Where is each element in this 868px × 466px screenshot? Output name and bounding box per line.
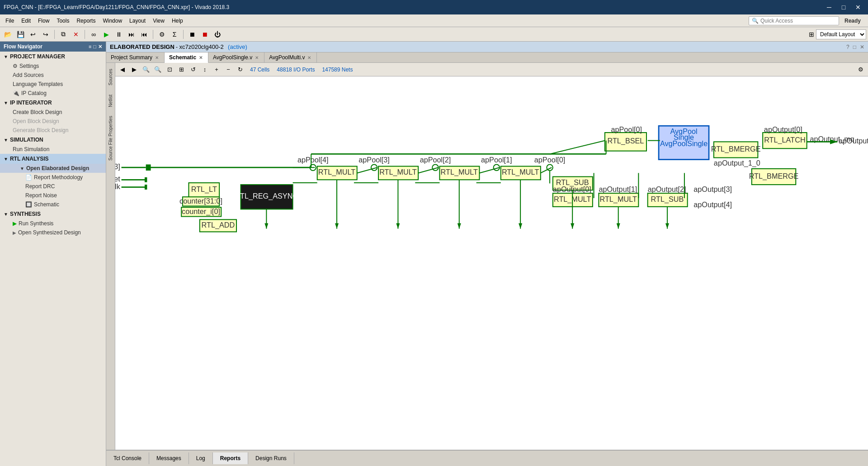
bottom-tab-log[interactable]: Log	[189, 452, 213, 464]
open-button[interactable]: 📂	[2, 29, 14, 40]
nav-create-block-design-label: Create Block Design	[13, 109, 62, 115]
nav-report-drc[interactable]: Report DRC	[0, 182, 106, 191]
nav-language-templates[interactable]: Language Templates	[0, 80, 106, 89]
bottom-tab-tcl-console[interactable]: Tcl Console	[106, 452, 149, 464]
svg-text:apOutput[4]: apOutput[4]	[693, 200, 732, 209]
svg-rect-7	[145, 177, 147, 182]
section-simulation[interactable]: ▼ SIMULATION	[0, 135, 106, 145]
delete-button[interactable]: ✕	[70, 29, 82, 40]
svg-text:RTL_BSEL: RTL_BSEL	[607, 137, 644, 145]
sum-button[interactable]: Σ	[169, 29, 180, 40]
nav-pin-icon[interactable]: ≡	[89, 44, 91, 50]
stop1-button[interactable]: ⏹	[186, 29, 198, 40]
close-design-icon[interactable]: ✕	[860, 44, 864, 50]
nav-open-elaborated-design[interactable]: ▼ Open Elaborated Design	[0, 164, 106, 173]
arrow-simulation: ▼	[4, 138, 8, 143]
section-ip-integrator[interactable]: ▼ IP INTEGRATOR	[0, 98, 106, 108]
nav-generate-block-design: Generate Block Design	[0, 126, 106, 135]
nav-add-sources-label: Add Sources	[13, 72, 44, 78]
svg-text:AvgPoolSingle: AvgPoolSingle	[660, 139, 708, 147]
menu-reports[interactable]: Reports	[73, 16, 99, 25]
nav-open-block-design-label: Open Block Design	[13, 118, 59, 124]
tab-avgpoolmulti[interactable]: AvgPoolMulti.v ✕	[264, 52, 317, 62]
menu-help[interactable]: Help	[168, 16, 187, 25]
ip-catalog-icon: 🔌	[13, 90, 19, 96]
menu-file[interactable]: File	[2, 16, 18, 25]
menu-edit[interactable]: Edit	[18, 16, 34, 25]
float-icon[interactable]: □	[853, 44, 856, 50]
nav-add-sources[interactable]: Add Sources	[0, 71, 106, 80]
loop-button[interactable]: ∞	[88, 29, 99, 40]
layout-selector: ⊞ Default Layout Debug Layout Custom Lay…	[809, 29, 866, 39]
tab-project-summary-label: Project Summary	[111, 54, 152, 61]
section-project-manager[interactable]: ▼ PROJECT MANAGER	[0, 52, 106, 62]
nav-report-methodology[interactable]: 📄 Report Methodology	[0, 173, 106, 182]
step-back-button[interactable]: ⏮	[138, 29, 150, 40]
tab-project-summary[interactable]: Project Summary ✕	[106, 52, 165, 62]
tab-avgpoolmulti-close[interactable]: ✕	[307, 55, 312, 60]
stop2-button[interactable]: ⏹	[199, 29, 211, 40]
device-name: xc7z020clg400-2	[179, 43, 223, 50]
tab-avgpoolsingle[interactable]: AvgPoolSingle.v ✕	[208, 52, 264, 62]
layout-dropdown[interactable]: Default Layout Debug Layout Custom Layou…	[816, 29, 866, 39]
design-status: (active)	[228, 43, 247, 50]
step-forward-button[interactable]: ⏭	[126, 29, 137, 40]
menu-layout[interactable]: Layout	[126, 16, 149, 25]
help-icon[interactable]: ?	[846, 44, 849, 50]
svg-text:apPool[0]: apPool[0]	[534, 156, 566, 164]
nav-schematic[interactable]: 🔲 Schematic	[0, 200, 106, 209]
schematic-canvas[interactable]: qInput[075:63] reset clk RTL_LT	[115, 63, 868, 450]
save-button[interactable]: 💾	[14, 29, 26, 40]
menu-view[interactable]: View	[149, 16, 168, 25]
nav-run-synthesis[interactable]: ▶ Run Synthesis	[0, 219, 106, 228]
copy-button[interactable]: ⧉	[57, 29, 69, 40]
design-title: ELABORATED DESIGN - xc7z020clg400-2 (act…	[110, 43, 247, 50]
schematic-viewport: ◀ ▶ 🔍 🔍 ⊡ ⊞ ↺ ↕ + − ↻ 47 Cells 48818 I/O…	[115, 63, 868, 450]
section-simulation-label: SIMULATION	[10, 137, 43, 143]
section-synthesis[interactable]: ▼ SYNTHESIS	[0, 209, 106, 219]
nav-create-block-design[interactable]: Create Block Design	[0, 108, 106, 117]
section-rtl-analysis[interactable]: ▼ RTL ANALYSIS	[0, 154, 106, 164]
undo-button[interactable]: ↩	[27, 29, 39, 40]
nav-settings[interactable]: ⚙ Settings	[0, 62, 106, 71]
svg-text:RTL_MULT: RTL_MULT	[441, 168, 478, 176]
redo-button[interactable]: ↪	[40, 29, 52, 40]
bottom-tab-reports[interactable]: Reports	[213, 452, 248, 464]
tab-avgpoolsingle-close[interactable]: ✕	[254, 55, 259, 60]
nav-report-noise[interactable]: Report Noise	[0, 191, 106, 200]
nav-open-synthesized-design[interactable]: ▶ Open Synthesized Design	[0, 228, 106, 237]
bottom-tab-messages-label: Messages	[156, 455, 181, 461]
minimize-button[interactable]: ─	[823, 3, 835, 12]
tab-avgpoolmulti-label: AvgPoolMulti.v	[269, 54, 305, 61]
run-button[interactable]: ▶	[100, 29, 112, 40]
side-tab-sources[interactable]: Sources	[107, 65, 114, 90]
section-ip-integrator-label: IP INTEGRATOR	[10, 100, 52, 106]
menu-flow[interactable]: Flow	[34, 16, 53, 25]
search-input[interactable]	[760, 18, 836, 24]
arrow-ip-integrator: ▼	[4, 100, 8, 105]
maximize-button[interactable]: □	[837, 3, 850, 12]
nav-run-simulation[interactable]: Run Simulation	[0, 145, 106, 154]
settings-button[interactable]: ⚙	[156, 29, 168, 40]
bottom-tab-messages[interactable]: Messages	[149, 452, 189, 464]
bottom-tab-design-runs[interactable]: Design Runs	[248, 452, 294, 464]
nav-ip-catalog[interactable]: 🔌 IP Catalog	[0, 89, 106, 98]
tab-project-summary-close[interactable]: ✕	[154, 55, 160, 60]
power-button[interactable]: ⏻	[212, 29, 223, 40]
nav-float-icon[interactable]: □	[93, 44, 96, 50]
section-project-manager-label: PROJECT MANAGER	[10, 53, 65, 60]
nav-settings-label: Settings	[19, 63, 39, 69]
side-tab-netlist[interactable]: Netlist	[107, 90, 114, 111]
quick-access-search[interactable]: 🔍	[749, 16, 839, 25]
tab-schematic-close[interactable]: ✕	[198, 55, 203, 60]
svg-text:clk: clk	[115, 182, 121, 190]
close-button[interactable]: ✕	[852, 3, 864, 12]
nav-close-icon[interactable]: ✕	[98, 44, 102, 50]
side-tab-source-file-props[interactable]: Source File Properties	[107, 112, 114, 165]
menu-tools[interactable]: Tools	[53, 16, 73, 25]
menu-window[interactable]: Window	[99, 16, 126, 25]
window-controls: ─ □ ✕	[823, 3, 864, 12]
svg-text:apPool[4]: apPool[4]	[297, 156, 329, 164]
pause-button[interactable]: ⏸	[113, 29, 125, 40]
tab-schematic[interactable]: Schematic ✕	[165, 52, 208, 63]
